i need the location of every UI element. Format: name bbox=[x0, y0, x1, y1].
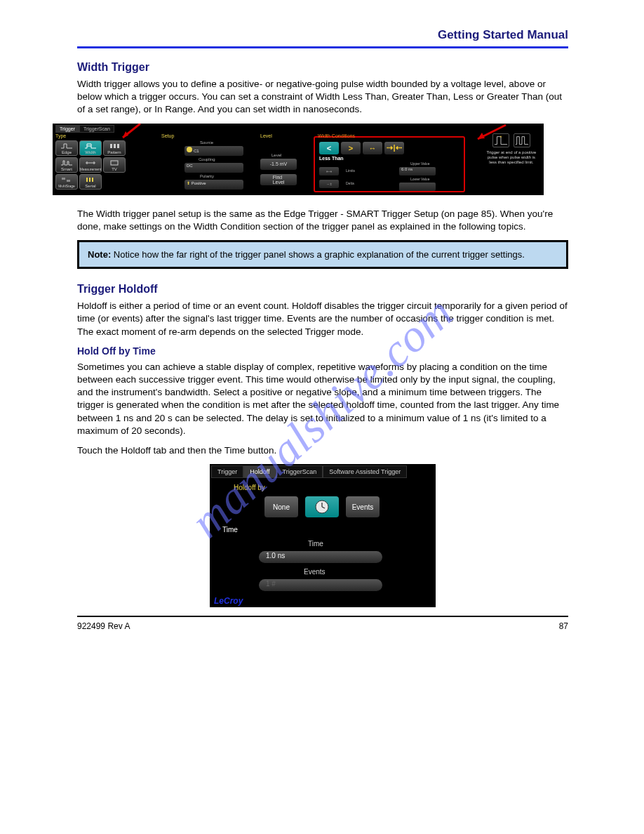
holdoff-time-subtitle: Hold Off by Time bbox=[77, 345, 568, 357]
fig1-coupling-field[interactable]: DC bbox=[185, 163, 243, 173]
fig1-type-edge[interactable]: Edge bbox=[55, 140, 78, 156]
fig1-right-desc-text: Trigger at end of a positive pulse when … bbox=[483, 150, 539, 166]
clock-icon bbox=[314, 499, 330, 515]
fig2-time-section-label: Time bbox=[222, 526, 238, 534]
svg-rect-4 bbox=[62, 178, 65, 180]
fig1-level-value[interactable]: -1.5 mV bbox=[260, 159, 297, 170]
fig2-time-field[interactable]: 1.0 ns bbox=[259, 551, 382, 563]
svg-rect-3 bbox=[111, 161, 118, 165]
fig1-width-conditions-label: Width Conditions bbox=[318, 133, 355, 138]
fig1-tabs: Trigger TriggerScan bbox=[55, 125, 114, 133]
fig2-none-button[interactable]: None bbox=[264, 496, 298, 517]
figure-width-trigger-panel: Trigger TriggerScan Type Edge Width Patt… bbox=[53, 124, 544, 195]
note-box: Note: Notice how the far right of the tr… bbox=[77, 240, 568, 269]
fig1-wc-inrange-button[interactable]: ⇢|⇠ bbox=[384, 142, 404, 154]
fig2-events-field-label: Events bbox=[304, 568, 326, 576]
svg-rect-0 bbox=[110, 144, 112, 148]
holdoff-time-paragraph: Sometimes you can achieve a stable displ… bbox=[77, 361, 568, 437]
svg-rect-5 bbox=[67, 180, 70, 182]
fig1-limits-label: Limits bbox=[346, 168, 355, 173]
fig1-wc-greaterthan-button[interactable]: > bbox=[341, 142, 361, 154]
svg-rect-6 bbox=[86, 178, 88, 182]
fig1-lessthan-text: Less Than bbox=[319, 156, 344, 161]
figure-holdoff-panel: Trigger Holdoff TriggerScan Software Ass… bbox=[210, 464, 436, 607]
fig1-type-width[interactable]: Width bbox=[79, 140, 102, 156]
fig2-tabs: Trigger Holdoff TriggerScan Software Ass… bbox=[211, 465, 407, 478]
fig1-type-label: Type bbox=[55, 133, 66, 138]
fig1-level-head: Level bbox=[271, 153, 281, 157]
fig1-lower-label: Lower Value bbox=[410, 177, 429, 181]
fig1-trigger-illustration-icon-2 bbox=[514, 133, 530, 147]
holdoff-time-touch-instruction: Touch the Holdoff tab and then the Time … bbox=[77, 444, 568, 457]
footer-rule bbox=[77, 616, 568, 617]
fig1-wc-outrange-button[interactable]: ↔ bbox=[363, 142, 382, 154]
fig1-polarity-label: Polarity bbox=[200, 174, 214, 178]
fig1-limits-button[interactable]: ⇤⇥ bbox=[319, 167, 339, 176]
fig1-type-tv[interactable]: TV bbox=[103, 157, 126, 173]
fig2-holdoff-by-label: Holdoff by bbox=[234, 484, 265, 491]
polarity-up-icon: ⬆ bbox=[187, 181, 190, 185]
fig1-level-label: Level bbox=[260, 133, 272, 138]
fig1-source-label: Source bbox=[200, 140, 213, 145]
svg-rect-7 bbox=[89, 178, 90, 182]
footer-pagenum: 87 bbox=[559, 621, 568, 631]
fig1-setup-label: Setup bbox=[161, 133, 174, 138]
page-header-title: Getting Started Manual bbox=[77, 28, 568, 42]
fig1-tab-trigger[interactable]: Trigger bbox=[55, 125, 79, 133]
fig2-tab-trigger[interactable]: Trigger bbox=[211, 465, 243, 478]
fig1-source-field[interactable]: C1 bbox=[185, 146, 243, 156]
width-trigger-paragraph-2: The Width trigger panel setup is the sam… bbox=[77, 208, 568, 233]
fig1-polarity-field[interactable]: ⬆ Positive bbox=[185, 180, 243, 190]
width-trigger-paragraph-1: Width trigger allows you to define a pos… bbox=[77, 78, 568, 117]
fig2-events-field: 1 # bbox=[259, 579, 382, 591]
fig1-wc-lessthan-button[interactable]: < bbox=[319, 142, 339, 154]
fig1-delta-button[interactable]: ↔± bbox=[319, 180, 339, 188]
footer-docnum: 922499 Rev A bbox=[77, 621, 130, 631]
channel-dot-icon bbox=[187, 147, 192, 152]
svg-rect-8 bbox=[92, 178, 93, 182]
fig2-events-button[interactable]: Events bbox=[346, 496, 380, 517]
section-width-trigger-title: Width Trigger bbox=[77, 61, 568, 74]
fig1-type-serial[interactable]: Serial bbox=[79, 174, 102, 190]
fig2-tab-software-assisted[interactable]: Software Assisted Trigger bbox=[323, 465, 407, 478]
fig1-lower-value[interactable] bbox=[399, 183, 436, 191]
fig1-type-smart[interactable]: Smart bbox=[55, 157, 78, 173]
fig1-upper-label: Upper Value bbox=[410, 161, 429, 166]
fig1-type-multistage[interactable]: MultiStage bbox=[55, 174, 78, 190]
fig1-arrow-width-icon bbox=[116, 124, 144, 150]
fig1-coupling-label: Coupling bbox=[199, 157, 215, 161]
fig1-delta-label: Delta bbox=[346, 181, 354, 185]
fig1-tab-triggerscan[interactable]: TriggerScan bbox=[79, 125, 114, 133]
header-rule bbox=[77, 46, 568, 48]
fig2-time-field-label: Time bbox=[308, 540, 323, 548]
note-label: Note: bbox=[88, 249, 111, 260]
section-trigger-holdoff-title: Trigger Holdoff bbox=[77, 283, 568, 296]
note-text: Notice how the far right of the trigger … bbox=[111, 249, 525, 260]
holdoff-paragraph: Holdoff is either a period of time or an… bbox=[77, 300, 568, 338]
fig1-type-measurement[interactable]: Measurement bbox=[79, 157, 102, 173]
fig2-tab-holdoff[interactable]: Holdoff bbox=[243, 465, 276, 478]
fig2-brand-label: LeCroy bbox=[214, 596, 243, 606]
fig1-trigger-illustration-icon-1 bbox=[492, 133, 509, 147]
fig2-tab-triggerscan[interactable]: TriggerScan bbox=[276, 465, 323, 478]
fig1-find-level-button[interactable]: Find Level bbox=[260, 174, 297, 185]
fig1-right-description: Trigger at end of a positive pulse when … bbox=[483, 133, 539, 166]
page-footer: 922499 Rev A 87 bbox=[77, 621, 568, 631]
fig2-time-button[interactable] bbox=[305, 496, 339, 517]
fig1-upper-value[interactable]: 6.0 ns bbox=[399, 167, 436, 176]
